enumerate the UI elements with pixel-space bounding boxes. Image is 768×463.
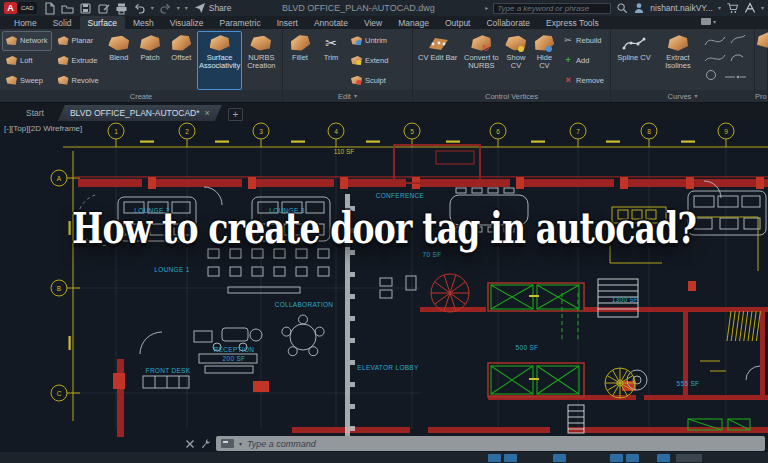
cv-edit-bar-button[interactable]: CV Edit Bar bbox=[415, 31, 460, 90]
open-folder-icon[interactable] bbox=[61, 2, 74, 15]
extend-button[interactable]: Extend bbox=[347, 51, 392, 71]
nurbs-creation-button[interactable]: NURBS Creation bbox=[243, 31, 280, 90]
ribbon-tab-bar: HomeSolidSurfaceMeshVisualizeParametricI… bbox=[0, 16, 768, 29]
room-label: 500 SF bbox=[516, 344, 539, 351]
redo-icon[interactable] bbox=[159, 2, 172, 15]
title-bar: A CAD ▾ ▾ ▾ Share BLVD OFFICE_PLAN-AUTOC… bbox=[0, 0, 768, 16]
ribbon-tab-home[interactable]: Home bbox=[6, 16, 45, 29]
status-toggle[interactable] bbox=[504, 454, 517, 462]
panel-control-vertices: CV Edit Bar ↻Convert to NURBS Show CV Hi… bbox=[413, 29, 611, 102]
cv-edit-bar-icon bbox=[427, 35, 449, 51]
autodesk-logo-icon[interactable] bbox=[744, 2, 756, 14]
untrim-button[interactable]: Untrim bbox=[347, 31, 392, 51]
new-file-icon[interactable] bbox=[43, 2, 56, 15]
drawing-area[interactable]: [-][Top][2D Wireframe] 123456789ABC bbox=[0, 121, 768, 452]
tab-start[interactable]: Start bbox=[14, 105, 56, 121]
room-label: LOUNGE 1 bbox=[154, 266, 189, 273]
help-dropdown-icon[interactable]: ▾ bbox=[761, 5, 764, 11]
redo-dropdown-icon[interactable]: ▾ bbox=[177, 5, 180, 11]
status-toggle[interactable] bbox=[553, 454, 566, 462]
ribbon-tab-express-tools[interactable]: Express Tools bbox=[538, 16, 607, 29]
hide-cv-button[interactable]: Hide CV bbox=[531, 31, 558, 90]
room-label: ELEVATOR LOBBY bbox=[357, 364, 419, 371]
offset-button[interactable]: Offset bbox=[166, 31, 196, 90]
undo-icon[interactable] bbox=[133, 2, 146, 15]
revolve-button[interactable]: Revolve bbox=[54, 70, 103, 90]
status-toggle[interactable] bbox=[676, 454, 702, 462]
command-line: ▾ Type a command bbox=[185, 436, 765, 451]
ribbon-tab-collaborate[interactable]: Collaborate bbox=[478, 16, 537, 29]
sweep-icon bbox=[6, 76, 17, 85]
status-toggle[interactable] bbox=[626, 454, 639, 462]
close-command-icon[interactable] bbox=[185, 439, 195, 449]
surface-associativity-button[interactable]: Surface Associativity bbox=[197, 31, 241, 90]
status-toggle[interactable] bbox=[610, 454, 623, 462]
ribbon-tab-output[interactable]: Output bbox=[437, 16, 479, 29]
close-tab-icon[interactable]: × bbox=[205, 108, 210, 118]
sculpt-button[interactable]: Sculpt bbox=[347, 70, 392, 90]
ribbon-display-toggle[interactable]: ▾ bbox=[701, 18, 716, 25]
room-label: 200 SF bbox=[223, 355, 246, 362]
ribbon-tab-insert[interactable]: Insert bbox=[269, 16, 306, 29]
viewport-controls[interactable]: [-][Top][2D Wireframe] bbox=[4, 124, 82, 133]
share-button[interactable]: Share bbox=[194, 2, 232, 14]
curve-tools-cluster[interactable] bbox=[701, 31, 749, 83]
extract-isolines-button[interactable]: Extract Isolines bbox=[656, 31, 700, 90]
sculpt-icon bbox=[351, 76, 362, 85]
loft-button[interactable]: Loft bbox=[2, 51, 52, 71]
ribbon-tab-visualize[interactable]: Visualize bbox=[162, 16, 212, 29]
user-dropdown-icon[interactable]: ▾ bbox=[718, 5, 721, 11]
panel-title-create[interactable]: Create bbox=[0, 90, 282, 102]
search-input[interactable] bbox=[493, 3, 611, 14]
save-as-icon[interactable] bbox=[97, 2, 110, 15]
network-button[interactable]: Network bbox=[2, 31, 52, 51]
app-menu-button[interactable]: A CAD bbox=[4, 2, 37, 14]
app-store-cart-icon[interactable] bbox=[726, 2, 739, 14]
fillet-button[interactable]: Fillet bbox=[285, 31, 315, 90]
blend-button[interactable]: Blend bbox=[104, 31, 134, 90]
plot-icon[interactable] bbox=[115, 2, 128, 15]
app-badge-caption: CAD bbox=[18, 2, 37, 14]
planar-button[interactable]: Planar bbox=[54, 31, 103, 51]
command-history-icon[interactable] bbox=[221, 439, 234, 448]
panel-title-control-vertices[interactable]: Control Vertices bbox=[413, 90, 610, 102]
trim-button[interactable]: ✂Trim bbox=[316, 31, 346, 90]
undo-dropdown-icon[interactable]: ▾ bbox=[151, 5, 154, 11]
new-drawing-button[interactable]: + bbox=[228, 108, 243, 121]
remove-button[interactable]: ×Remove bbox=[559, 70, 608, 90]
spline-cv-button[interactable]: Spline CV bbox=[613, 31, 655, 90]
ribbon-tab-surface[interactable]: Surface bbox=[80, 16, 125, 29]
rebuild-button[interactable]: ✂Rebuild bbox=[559, 31, 608, 51]
panel-title-edit[interactable]: Edit▾ bbox=[283, 90, 412, 102]
revolve-icon bbox=[58, 76, 69, 85]
extrude-button[interactable]: Extrude bbox=[54, 51, 103, 71]
search-icon[interactable] bbox=[616, 2, 628, 14]
area-labels-yellow: 110 SF bbox=[334, 148, 355, 155]
user-avatar-icon[interactable] bbox=[633, 2, 645, 14]
patch-button[interactable]: Patch bbox=[135, 31, 165, 90]
show-cv-button[interactable]: Show CV bbox=[502, 31, 529, 90]
floor-plan-canvas[interactable]: 123456789ABC bbox=[0, 121, 768, 452]
status-toggle[interactable] bbox=[488, 454, 501, 462]
save-icon[interactable] bbox=[79, 2, 92, 15]
ribbon-tab-solid[interactable]: Solid bbox=[45, 16, 80, 29]
ribbon-tab-manage[interactable]: Manage bbox=[390, 16, 437, 29]
status-toggle[interactable] bbox=[657, 454, 670, 462]
ribbon-tab-view[interactable]: View bbox=[356, 16, 390, 29]
customize-wrench-icon[interactable] bbox=[200, 438, 211, 449]
panel-title-curves[interactable]: Curves▾ bbox=[611, 90, 754, 102]
ribbon-tab-mesh[interactable]: Mesh bbox=[125, 16, 162, 29]
chevron-down-icon[interactable]: ▾ bbox=[239, 440, 242, 447]
panel-create: Network Planar Loft Extrude Sweep Revolv… bbox=[0, 29, 283, 102]
tab-drawing[interactable]: BLVD OFFICE_PLAN-AUTOCAD* × bbox=[58, 105, 222, 121]
qat-customize-icon[interactable]: ▾ bbox=[185, 5, 188, 11]
ribbon-tab-annotate[interactable]: Annotate bbox=[306, 16, 356, 29]
surface-associativity-icon bbox=[210, 35, 230, 51]
command-input[interactable]: ▾ Type a command bbox=[216, 436, 765, 451]
panel-icon bbox=[701, 18, 711, 25]
ribbon-tab-parametric[interactable]: Parametric bbox=[212, 16, 269, 29]
add-button[interactable]: +Add bbox=[559, 51, 608, 71]
sweep-button[interactable]: Sweep bbox=[2, 70, 52, 90]
convert-to-nurbs-button[interactable]: ↻Convert to NURBS bbox=[461, 31, 501, 90]
signed-in-user[interactable]: nishant.naikVY... bbox=[650, 3, 713, 13]
